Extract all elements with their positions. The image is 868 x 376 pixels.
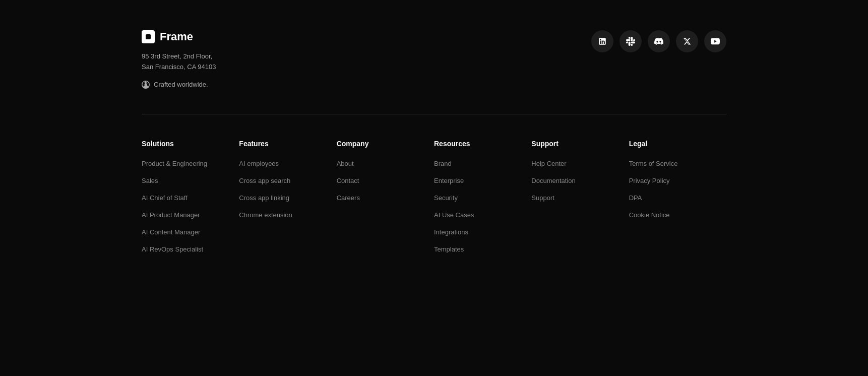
- nav-link-terms-of-service[interactable]: Terms of Service: [629, 160, 678, 167]
- logo-text: Frame: [160, 30, 193, 43]
- list-item: Brand: [434, 159, 531, 168]
- nav-link-integrations[interactable]: Integrations: [434, 228, 468, 236]
- list-item: AI RevOps Specialist: [142, 244, 239, 254]
- list-item: Cross app search: [239, 176, 336, 185]
- address: 95 3rd Street, 2nd Floor, San Francisco,…: [142, 51, 216, 73]
- nav-link-product-&-engineering[interactable]: Product & Engineering: [142, 160, 207, 167]
- nav-column-title-solutions: Solutions: [142, 140, 239, 148]
- divider: [142, 114, 726, 114]
- footer-nav: SolutionsProduct & EngineeringSalesAI Ch…: [142, 140, 726, 254]
- list-item: Product & Engineering: [142, 159, 239, 168]
- nav-list-legal: Terms of ServicePrivacy PolicyDPACookie …: [629, 159, 726, 219]
- nav-list-resources: BrandEnterpriseSecurityAI Use CasesInteg…: [434, 159, 531, 254]
- nav-link-ai-revops-specialist[interactable]: AI RevOps Specialist: [142, 245, 203, 253]
- crafted-worldwide: Crafted worldwide.: [142, 81, 216, 89]
- nav-link-cookie-notice[interactable]: Cookie Notice: [629, 211, 670, 219]
- nav-list-features: AI employeesCross app searchCross app li…: [239, 159, 336, 219]
- logo-section: Frame 95 3rd Street, 2nd Floor, San Fran…: [142, 30, 216, 89]
- nav-column-title-resources: Resources: [434, 140, 531, 148]
- discord-icon: [654, 37, 663, 46]
- nav-link-documentation[interactable]: Documentation: [531, 177, 575, 184]
- list-item: AI Use Cases: [434, 210, 531, 219]
- twitter-x-icon: [683, 37, 691, 45]
- linkedin-button[interactable]: [591, 30, 613, 52]
- list-item: Enterprise: [434, 176, 531, 185]
- logo-icon: [142, 30, 155, 43]
- list-item: AI employees: [239, 159, 336, 168]
- list-item: Security: [434, 193, 531, 202]
- list-item: Templates: [434, 244, 531, 254]
- social-icons: [591, 30, 726, 52]
- nav-column-resources: ResourcesBrandEnterpriseSecurityAI Use C…: [434, 140, 531, 254]
- nav-link-support[interactable]: Support: [531, 194, 554, 202]
- list-item: Cross app linking: [239, 193, 336, 202]
- nav-list-support: Help CenterDocumentationSupport: [531, 159, 629, 202]
- nav-link-enterprise[interactable]: Enterprise: [434, 177, 464, 184]
- nav-link-dpa[interactable]: DPA: [629, 194, 642, 202]
- youtube-icon: [711, 37, 720, 46]
- list-item: Contact: [337, 176, 434, 185]
- list-item: Cookie Notice: [629, 210, 726, 219]
- twitter-x-button[interactable]: [676, 30, 698, 52]
- nav-column-legal: LegalTerms of ServicePrivacy PolicyDPACo…: [629, 140, 726, 254]
- globe-icon: [142, 81, 150, 89]
- list-item: DPA: [629, 193, 726, 202]
- nav-link-ai-chief-of-staff[interactable]: AI Chief of Staff: [142, 194, 188, 202]
- nav-column-solutions: SolutionsProduct & EngineeringSalesAI Ch…: [142, 140, 239, 254]
- nav-link-cross-app-search[interactable]: Cross app search: [239, 177, 290, 184]
- nav-column-title-support: Support: [531, 140, 629, 148]
- list-item: Sales: [142, 176, 239, 185]
- nav-link-chrome-extension[interactable]: Chrome extension: [239, 211, 292, 219]
- list-item: Support: [531, 193, 629, 202]
- list-item: AI Product Manager: [142, 210, 239, 219]
- nav-link-cross-app-linking[interactable]: Cross app linking: [239, 194, 289, 202]
- youtube-button[interactable]: [704, 30, 726, 52]
- nav-link-contact[interactable]: Contact: [337, 177, 359, 184]
- list-item: Chrome extension: [239, 210, 336, 219]
- nav-column-company: CompanyAboutContactCareers: [337, 140, 434, 254]
- nav-link-help-center[interactable]: Help Center: [531, 160, 566, 167]
- nav-column-support: SupportHelp CenterDocumentationSupport: [531, 140, 629, 254]
- nav-link-ai-product-manager[interactable]: AI Product Manager: [142, 211, 200, 219]
- list-item: Terms of Service: [629, 159, 726, 168]
- nav-column-features: FeaturesAI employeesCross app searchCros…: [239, 140, 336, 254]
- nav-list-solutions: Product & EngineeringSalesAI Chief of St…: [142, 159, 239, 254]
- discord-button[interactable]: [648, 30, 670, 52]
- list-item: About: [337, 159, 434, 168]
- nav-link-ai-use-cases[interactable]: AI Use Cases: [434, 211, 474, 219]
- list-item: AI Content Manager: [142, 227, 239, 236]
- nav-link-templates[interactable]: Templates: [434, 245, 464, 253]
- nav-link-brand[interactable]: Brand: [434, 160, 452, 167]
- linkedin-icon: [598, 37, 607, 46]
- list-item: Careers: [337, 193, 434, 202]
- logo: Frame: [142, 30, 216, 43]
- nav-link-privacy-policy[interactable]: Privacy Policy: [629, 177, 670, 184]
- list-item: Documentation: [531, 176, 629, 185]
- nav-column-title-company: Company: [337, 140, 434, 148]
- footer-top: Frame 95 3rd Street, 2nd Floor, San Fran…: [142, 30, 726, 89]
- list-item: Help Center: [531, 159, 629, 168]
- logo-icon-inner: [146, 34, 151, 39]
- nav-column-title-legal: Legal: [629, 140, 726, 148]
- list-item: AI Chief of Staff: [142, 193, 239, 202]
- nav-link-security[interactable]: Security: [434, 194, 458, 202]
- slack-button[interactable]: [619, 30, 642, 52]
- nav-list-company: AboutContactCareers: [337, 159, 434, 202]
- nav-link-about[interactable]: About: [337, 160, 354, 167]
- list-item: Integrations: [434, 227, 531, 236]
- nav-link-ai-employees[interactable]: AI employees: [239, 160, 279, 167]
- nav-link-sales[interactable]: Sales: [142, 177, 158, 184]
- nav-link-careers[interactable]: Careers: [337, 194, 360, 202]
- slack-icon: [626, 37, 635, 46]
- list-item: Privacy Policy: [629, 176, 726, 185]
- footer: Frame 95 3rd Street, 2nd Floor, San Fran…: [132, 0, 736, 274]
- nav-link-ai-content-manager[interactable]: AI Content Manager: [142, 228, 200, 236]
- nav-column-title-features: Features: [239, 140, 336, 148]
